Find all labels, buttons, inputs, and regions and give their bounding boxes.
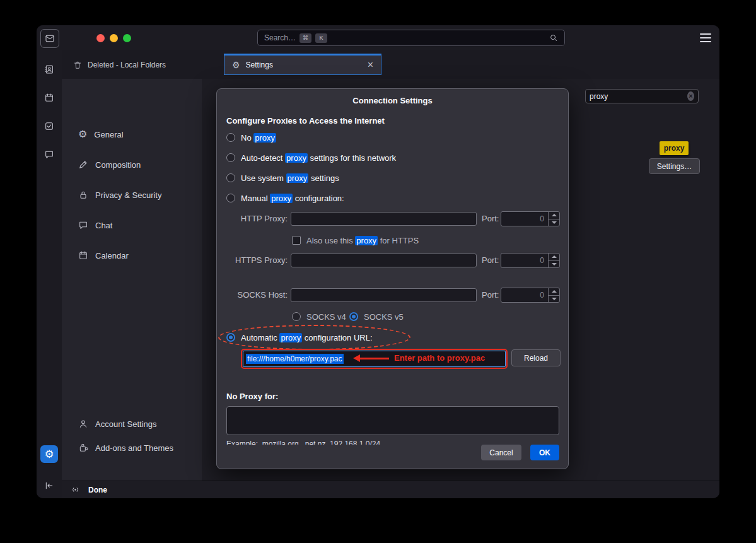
settings-space-button[interactable]: ⚙ xyxy=(40,445,58,463)
search-highlight: proxy xyxy=(355,236,378,245)
checkbox-icon[interactable] xyxy=(292,236,301,245)
mail-space-button[interactable] xyxy=(40,29,59,48)
background-tab-label: Deleted - Local Folders xyxy=(88,61,166,69)
calendar-icon xyxy=(44,93,54,103)
https-port-stepper[interactable]: 0 xyxy=(501,253,560,268)
port-value: 0 xyxy=(501,254,548,267)
radio-auto-detect-proxy[interactable]: Auto-detect proxy settings for this netw… xyxy=(226,152,396,163)
status-bar: Done xyxy=(62,481,719,498)
sidebar-item-composition[interactable]: Composition xyxy=(78,156,141,173)
spin-up-icon[interactable] xyxy=(549,288,559,296)
http-port-stepper[interactable]: 0 xyxy=(501,211,560,226)
annotation-text: Enter path to proxy.pac xyxy=(394,353,485,363)
tab-close-icon[interactable]: × xyxy=(368,60,373,70)
settings-search-input[interactable] xyxy=(590,92,687,101)
sidebar-item-privacy-security[interactable]: Privacy & Security xyxy=(78,186,161,204)
spaces-toolbar: ⚙ xyxy=(37,25,62,498)
search-highlight: proxy xyxy=(286,173,309,183)
tab-settings[interactable]: ⚙ Settings × xyxy=(224,54,381,75)
http-proxy-input[interactable] xyxy=(291,212,477,226)
collapse-sidebar-icon xyxy=(44,481,54,491)
spin-down-icon[interactable] xyxy=(549,261,559,268)
proxy-section-heading: Configure Proxies to Access the Internet xyxy=(226,116,385,126)
tasks-icon xyxy=(44,121,54,131)
sidebar-item-label: Add-ons and Themes xyxy=(95,443,173,453)
mail-icon xyxy=(45,33,55,44)
kbd-k-badge: K xyxy=(315,33,327,43)
https-port-label: Port: xyxy=(482,253,499,268)
spin-down-icon[interactable] xyxy=(549,296,559,303)
radio-icon[interactable] xyxy=(226,173,235,182)
tasks-space-button[interactable] xyxy=(40,117,58,135)
kbd-meta-badge: ⌘ xyxy=(299,33,311,43)
radio-icon[interactable] xyxy=(226,194,235,202)
chat-space-button[interactable] xyxy=(40,146,58,163)
socks-port-stepper[interactable]: 0 xyxy=(501,288,560,303)
settings-page: ⚙ General Composition Privacy & Security xyxy=(62,79,719,481)
clear-search-icon[interactable]: × xyxy=(687,91,694,101)
trash-icon xyxy=(73,61,82,69)
sidebar-item-addons-themes[interactable]: Add-ons and Themes xyxy=(78,439,173,457)
port-value: 0 xyxy=(501,212,548,226)
radio-label: Automatic proxy configuration URL: xyxy=(241,333,373,342)
no-proxy-for-textarea[interactable] xyxy=(226,406,559,435)
chat-icon xyxy=(44,149,54,160)
socks-host-input[interactable] xyxy=(291,288,477,302)
window-zoom-button[interactable] xyxy=(123,34,131,42)
sidebar-item-calendar[interactable]: Calendar xyxy=(78,247,129,264)
radio-selected-icon[interactable] xyxy=(349,312,358,321)
address-book-icon xyxy=(44,64,54,74)
tab-bar: Deleted - Local Folders ⚙ Settings × xyxy=(62,50,719,79)
status-text: Done xyxy=(88,486,107,494)
settings-gear-icon: ⚙ xyxy=(44,449,54,460)
calendar-space-button[interactable] xyxy=(40,89,58,107)
radio-label: Use system proxy settings xyxy=(241,173,339,183)
https-proxy-input[interactable] xyxy=(291,254,477,267)
radio-icon[interactable] xyxy=(226,133,235,142)
radio-automatic-proxy-url[interactable]: Automatic proxy configuration URL: xyxy=(226,332,373,343)
spin-up-icon[interactable] xyxy=(549,254,559,261)
connection-settings-dialog: Connection Settings Configure Proxies to… xyxy=(216,88,569,469)
active-tab-label: Settings xyxy=(246,61,273,69)
tab-deleted-local-folders[interactable]: Deleted - Local Folders xyxy=(73,55,166,74)
radio-no-proxy[interactable]: No proxy xyxy=(226,132,276,143)
socks-port-label: Port: xyxy=(482,288,499,303)
search-highlight: proxy xyxy=(285,153,308,163)
sidebar-item-general[interactable]: ⚙ General xyxy=(78,126,124,143)
spinner xyxy=(548,254,559,267)
chat-icon xyxy=(78,220,88,230)
no-proxy-example-text-clipped: Example: .mozilla.org, .net.nz, 192.168.… xyxy=(226,440,554,445)
sidebar-item-chat[interactable]: Chat xyxy=(78,216,112,234)
ok-button[interactable]: OK xyxy=(530,445,559,460)
sidebar-item-account-settings[interactable]: Account Settings xyxy=(78,415,157,433)
spin-down-icon[interactable] xyxy=(549,219,559,226)
collapse-spaces-button[interactable] xyxy=(40,477,58,494)
radio-label: SOCKS v4 xyxy=(306,312,346,322)
sidebar-item-label: Privacy & Security xyxy=(95,190,161,200)
radio-manual-proxy[interactable]: Manual proxy configuration: xyxy=(226,192,344,204)
app-menu-button[interactable] xyxy=(700,33,711,42)
account-icon xyxy=(78,419,88,429)
proxy-settings-button[interactable]: Settings… xyxy=(649,158,700,174)
window-close-button[interactable] xyxy=(96,34,105,42)
radio-icon[interactable] xyxy=(226,153,235,162)
address-book-space-button[interactable] xyxy=(40,61,58,78)
window-minimize-button[interactable] xyxy=(110,34,118,42)
radio-selected-icon[interactable] xyxy=(226,333,235,342)
radio-label: No proxy xyxy=(241,133,276,143)
checkbox-use-for-https[interactable]: Also use this proxy for HTTPS xyxy=(292,235,419,246)
global-search-bar[interactable]: Search… ⌘ K xyxy=(257,30,565,46)
gear-icon: ⚙ xyxy=(232,61,240,69)
http-port-label: Port: xyxy=(482,211,499,226)
reload-button[interactable]: Reload xyxy=(511,349,561,366)
settings-search-field[interactable]: × xyxy=(585,89,699,103)
radio-system-proxy[interactable]: Use system proxy settings xyxy=(226,172,339,184)
radio-socks-v4[interactable]: SOCKS v4 xyxy=(292,311,346,322)
hamburger-icon xyxy=(700,33,711,35)
radio-socks-v5[interactable]: SOCKS v5 xyxy=(349,311,404,322)
cancel-button[interactable]: Cancel xyxy=(481,445,521,460)
radio-icon[interactable] xyxy=(292,312,301,321)
spin-up-icon[interactable] xyxy=(549,212,559,219)
calendar-icon xyxy=(78,250,88,260)
http-proxy-label: HTTP Proxy: xyxy=(226,212,288,226)
